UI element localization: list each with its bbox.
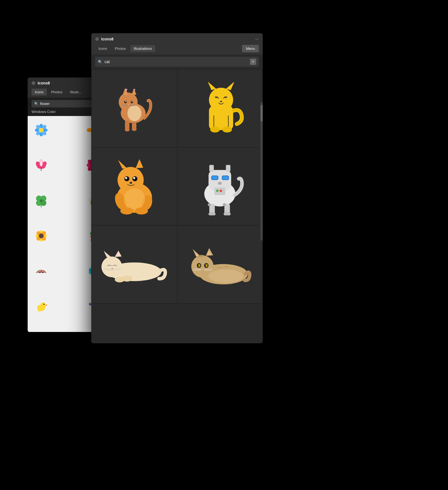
svg-rect-105 [215, 97, 218, 98]
front-tab-photos[interactable]: Photos [111, 45, 129, 52]
front-search-box[interactable]: 🔍 × [95, 57, 259, 67]
back-tab-photos[interactable]: Photos [48, 89, 66, 96]
svg-point-121 [133, 177, 135, 179]
svg-point-87 [127, 105, 141, 121]
svg-marker-103 [208, 82, 216, 90]
svg-point-175 [208, 269, 243, 283]
svg-point-125 [124, 188, 145, 209]
front-search-area: 🔍 × [91, 55, 263, 69]
svg-rect-130 [209, 165, 213, 172]
svg-point-109 [223, 98, 224, 99]
svg-marker-104 [226, 82, 234, 90]
svg-point-100 [132, 127, 137, 131]
svg-point-91 [132, 101, 133, 102]
svg-rect-21 [41, 168, 41, 171]
svg-point-139 [220, 190, 222, 192]
front-search-input[interactable] [105, 60, 248, 64]
front-expand-icon[interactable]: «» [255, 37, 259, 41]
svg-point-147 [101, 257, 122, 277]
svg-point-74 [43, 304, 44, 304]
svg-rect-131 [226, 165, 230, 172]
svg-point-152 [111, 268, 113, 269]
svg-point-112 [210, 127, 220, 133]
svg-point-55 [40, 234, 43, 237]
svg-point-167 [198, 264, 200, 267]
svg-point-138 [216, 190, 218, 192]
svg-marker-116 [118, 160, 127, 169]
illus-cat-realistic[interactable] [92, 69, 177, 147]
svg-point-126 [120, 207, 133, 214]
back-close-button[interactable]: × [32, 81, 35, 85]
svg-point-35 [40, 199, 43, 202]
front-tabs: Icons Photos Illustrations Menu [91, 45, 263, 55]
illus-cat-robot[interactable] [177, 148, 262, 225]
icon-watermelon[interactable] [32, 261, 51, 281]
illus-cat-brown[interactable] [177, 226, 262, 303]
svg-marker-117 [136, 159, 143, 168]
svg-point-99 [124, 128, 129, 131]
svg-point-168 [205, 264, 208, 267]
svg-point-64 [40, 272, 41, 273]
icon-clover[interactable] [32, 191, 51, 210]
front-search-icon: 🔍 [98, 60, 102, 64]
svg-point-122 [129, 182, 132, 184]
front-close-button[interactable]: × [95, 37, 99, 41]
back-search-icon: 🔍 [34, 102, 38, 106]
svg-point-127 [135, 207, 148, 214]
illus-cat-cartoon[interactable] [177, 69, 262, 147]
back-tab-icons[interactable]: Icons [32, 89, 47, 96]
svg-point-107 [220, 101, 222, 102]
front-menu-button[interactable]: Menu [242, 45, 259, 52]
icon-blue-flower[interactable] [32, 120, 51, 140]
svg-point-118 [124, 176, 129, 181]
front-illustrations-grid [91, 69, 263, 304]
back-tab-illustrations[interactable]: Illustr... [67, 89, 85, 96]
svg-point-61 [38, 272, 40, 273]
icon-sunflower[interactable] [32, 226, 51, 246]
front-tab-illustrations[interactable]: Illustrations [131, 45, 155, 52]
svg-point-120 [125, 177, 127, 179]
svg-point-113 [222, 127, 232, 133]
front-scrollbar[interactable] [261, 102, 263, 241]
svg-rect-135 [222, 176, 228, 180]
illus-cat-sleeping[interactable] [92, 226, 177, 303]
svg-point-144 [208, 203, 211, 206]
svg-point-102 [209, 88, 233, 112]
svg-point-73 [43, 303, 45, 305]
front-scrollbar-thumb[interactable] [261, 105, 263, 122]
svg-point-65 [42, 272, 43, 273]
front-illustrations-window: × Icons8 «» Icons Photos Illustrations M… [91, 33, 263, 343]
svg-point-9 [39, 128, 43, 132]
svg-rect-136 [218, 182, 222, 185]
svg-point-63 [43, 272, 44, 273]
svg-point-119 [132, 176, 137, 181]
back-window-title: Icons8 [38, 81, 50, 85]
icon-bird[interactable] [32, 297, 51, 316]
svg-rect-134 [212, 176, 218, 180]
svg-point-145 [223, 203, 226, 206]
front-tab-icons[interactable]: Icons [95, 45, 110, 52]
svg-rect-129 [209, 170, 231, 190]
front-illustrations-container [91, 69, 263, 304]
svg-point-20 [40, 160, 42, 166]
front-clear-button[interactable]: × [250, 59, 256, 65]
svg-point-90 [125, 101, 126, 102]
front-title-bar: × Icons8 «» [91, 33, 263, 45]
icon-lotus[interactable] [32, 156, 51, 175]
svg-point-108 [218, 98, 219, 99]
svg-rect-106 [224, 97, 227, 98]
svg-point-62 [41, 271, 42, 272]
svg-rect-36 [41, 205, 41, 207]
illus-cat-chubby[interactable] [92, 148, 177, 225]
front-window-title: Icons8 [101, 37, 113, 41]
svg-point-158 [114, 277, 124, 282]
